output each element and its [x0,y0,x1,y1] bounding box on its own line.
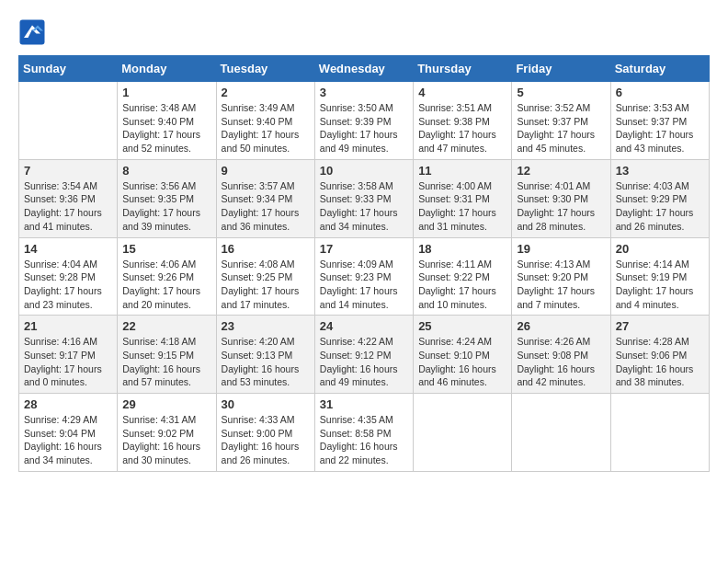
calendar-cell: 26Sunrise: 4:26 AM Sunset: 9:08 PM Dayli… [512,316,610,394]
cell-info: Sunrise: 3:56 AM Sunset: 9:35 PM Dayligh… [122,179,210,234]
calendar-body: 1Sunrise: 3:48 AM Sunset: 9:40 PM Daylig… [19,82,710,472]
cell-info: Sunrise: 3:53 AM Sunset: 9:37 PM Dayligh… [616,101,704,155]
day-number: 10 [320,164,408,178]
calendar-cell: 22Sunrise: 4:18 AM Sunset: 9:15 PM Dayli… [118,316,216,394]
cell-info: Sunrise: 4:14 AM Sunset: 9:19 PM Dayligh… [616,258,704,312]
calendar-cell: 4Sunrise: 3:51 AM Sunset: 9:38 PM Daylig… [414,82,512,160]
calendar-week-row: 1Sunrise: 3:48 AM Sunset: 9:40 PM Daylig… [19,82,710,160]
calendar-cell: 31Sunrise: 4:35 AM Sunset: 8:58 PM Dayli… [314,394,413,472]
day-number: 20 [616,242,704,256]
day-number: 13 [616,164,704,178]
cell-info: Sunrise: 4:28 AM Sunset: 9:06 PM Dayligh… [616,335,704,389]
calendar-week-row: 21Sunrise: 4:16 AM Sunset: 9:17 PM Dayli… [19,316,710,394]
calendar-cell: 18Sunrise: 4:11 AM Sunset: 9:22 PM Dayli… [414,237,512,316]
cell-info: Sunrise: 4:13 AM Sunset: 9:20 PM Dayligh… [517,258,605,312]
calendar-cell: 19Sunrise: 4:13 AM Sunset: 9:20 PM Dayli… [512,237,610,316]
calendar-cell: 23Sunrise: 4:20 AM Sunset: 9:13 PM Dayli… [216,316,314,394]
logo [18,18,50,46]
cell-info: Sunrise: 4:31 AM Sunset: 9:02 PM Dayligh… [122,413,210,467]
cell-info: Sunrise: 3:57 AM Sunset: 9:34 PM Dayligh… [222,179,310,234]
calendar-cell: 29Sunrise: 4:31 AM Sunset: 9:02 PM Dayli… [118,394,216,472]
calendar-cell: 28Sunrise: 4:29 AM Sunset: 9:04 PM Dayli… [19,394,118,472]
calendar-cell: 13Sunrise: 4:03 AM Sunset: 9:29 PM Dayli… [610,159,709,237]
day-number: 8 [122,164,210,178]
day-number: 19 [517,242,605,256]
day-number: 27 [616,319,704,333]
calendar-cell: 12Sunrise: 4:01 AM Sunset: 9:30 PM Dayli… [512,159,610,237]
day-header-wednesday: Wednesday [314,56,413,82]
day-number: 6 [616,86,704,99]
cell-info: Sunrise: 4:16 AM Sunset: 9:17 PM Dayligh… [24,335,112,389]
day-number: 29 [122,397,210,411]
calendar-cell: 9Sunrise: 3:57 AM Sunset: 9:34 PM Daylig… [216,159,314,237]
calendar-cell: 11Sunrise: 4:00 AM Sunset: 9:31 PM Dayli… [414,159,512,237]
day-number: 24 [320,319,408,333]
cell-info: Sunrise: 4:18 AM Sunset: 9:15 PM Dayligh… [122,335,210,389]
day-number: 7 [24,164,112,178]
cell-info: Sunrise: 4:08 AM Sunset: 9:25 PM Dayligh… [222,258,310,312]
day-number: 23 [222,319,310,333]
header-row: SundayMondayTuesdayWednesdayThursdayFrid… [19,56,710,82]
page-header [18,18,710,46]
calendar-cell: 2Sunrise: 3:49 AM Sunset: 9:40 PM Daylig… [216,82,314,160]
cell-info: Sunrise: 3:48 AM Sunset: 9:40 PM Dayligh… [122,101,210,155]
day-number: 1 [122,86,210,99]
calendar-cell: 15Sunrise: 4:06 AM Sunset: 9:26 PM Dayli… [118,237,216,316]
cell-info: Sunrise: 4:20 AM Sunset: 9:13 PM Dayligh… [222,335,310,389]
cell-info: Sunrise: 3:58 AM Sunset: 9:33 PM Dayligh… [320,179,408,234]
calendar-cell [19,82,118,160]
calendar-cell [414,394,512,472]
calendar-cell: 24Sunrise: 4:22 AM Sunset: 9:12 PM Dayli… [314,316,413,394]
calendar-cell: 16Sunrise: 4:08 AM Sunset: 9:25 PM Dayli… [216,237,314,316]
day-number: 22 [122,319,210,333]
cell-info: Sunrise: 4:06 AM Sunset: 9:26 PM Dayligh… [122,258,210,312]
day-number: 5 [517,86,605,99]
calendar-table: SundayMondayTuesdayWednesdayThursdayFrid… [18,55,710,472]
day-number: 18 [418,242,506,256]
day-number: 4 [418,86,506,99]
calendar-cell: 8Sunrise: 3:56 AM Sunset: 9:35 PM Daylig… [118,159,216,237]
calendar-cell: 1Sunrise: 3:48 AM Sunset: 9:40 PM Daylig… [118,82,216,160]
cell-info: Sunrise: 4:35 AM Sunset: 8:58 PM Dayligh… [320,413,408,467]
cell-info: Sunrise: 3:52 AM Sunset: 9:37 PM Dayligh… [517,101,605,155]
day-number: 16 [222,242,310,256]
day-number: 2 [222,86,310,99]
day-number: 17 [320,242,408,256]
cell-info: Sunrise: 4:26 AM Sunset: 9:08 PM Dayligh… [517,335,605,389]
calendar-cell [512,394,610,472]
cell-info: Sunrise: 4:01 AM Sunset: 9:30 PM Dayligh… [517,179,605,234]
calendar-week-row: 14Sunrise: 4:04 AM Sunset: 9:28 PM Dayli… [19,237,710,316]
calendar-cell: 20Sunrise: 4:14 AM Sunset: 9:19 PM Dayli… [610,237,709,316]
calendar-cell: 17Sunrise: 4:09 AM Sunset: 9:23 PM Dayli… [314,237,413,316]
day-number: 28 [24,397,112,411]
cell-info: Sunrise: 4:33 AM Sunset: 9:00 PM Dayligh… [222,413,310,467]
day-header-friday: Friday [512,56,610,82]
day-header-sunday: Sunday [19,56,118,82]
calendar-cell: 14Sunrise: 4:04 AM Sunset: 9:28 PM Dayli… [19,237,118,316]
cell-info: Sunrise: 4:24 AM Sunset: 9:10 PM Dayligh… [418,335,506,389]
cell-info: Sunrise: 3:51 AM Sunset: 9:38 PM Dayligh… [418,101,506,155]
cell-info: Sunrise: 4:22 AM Sunset: 9:12 PM Dayligh… [320,335,408,389]
cell-info: Sunrise: 3:54 AM Sunset: 9:36 PM Dayligh… [24,179,112,234]
cell-info: Sunrise: 3:50 AM Sunset: 9:39 PM Dayligh… [320,101,408,155]
cell-info: Sunrise: 4:09 AM Sunset: 9:23 PM Dayligh… [320,258,408,312]
day-number: 30 [222,397,310,411]
calendar-cell: 7Sunrise: 3:54 AM Sunset: 9:36 PM Daylig… [19,159,118,237]
day-number: 26 [517,319,605,333]
cell-info: Sunrise: 4:04 AM Sunset: 9:28 PM Dayligh… [24,258,112,312]
cell-info: Sunrise: 4:29 AM Sunset: 9:04 PM Dayligh… [24,413,112,467]
day-number: 3 [320,86,408,99]
calendar-header: SundayMondayTuesdayWednesdayThursdayFrid… [19,56,710,82]
calendar-cell: 21Sunrise: 4:16 AM Sunset: 9:17 PM Dayli… [19,316,118,394]
day-header-tuesday: Tuesday [216,56,314,82]
svg-rect-0 [20,20,45,45]
calendar-cell: 10Sunrise: 3:58 AM Sunset: 9:33 PM Dayli… [314,159,413,237]
cell-info: Sunrise: 3:49 AM Sunset: 9:40 PM Dayligh… [222,101,310,155]
calendar-cell [610,394,709,472]
day-header-monday: Monday [118,56,216,82]
day-header-saturday: Saturday [610,56,709,82]
calendar-cell: 5Sunrise: 3:52 AM Sunset: 9:37 PM Daylig… [512,82,610,160]
day-number: 21 [24,319,112,333]
cell-info: Sunrise: 4:03 AM Sunset: 9:29 PM Dayligh… [616,179,704,234]
day-number: 9 [222,164,310,178]
